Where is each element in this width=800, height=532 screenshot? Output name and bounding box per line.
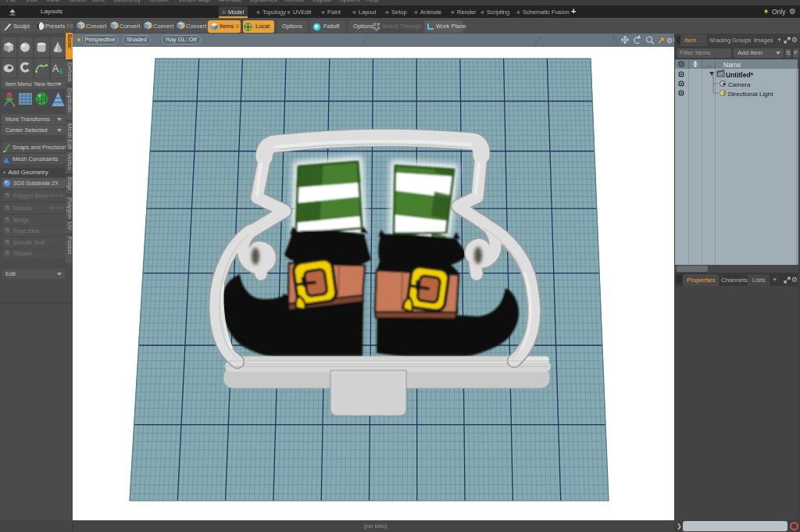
svg-text:A: A	[52, 63, 59, 74]
svg-text:&: &	[59, 67, 63, 75]
svg-text:Camera: Camera	[728, 81, 751, 88]
svg-text:Name: Name	[723, 61, 741, 69]
svg-text:⚙: ⚙	[666, 37, 673, 45]
svg-text:Directional Light: Directional Light	[728, 91, 773, 98]
svg-text:Untitled*: Untitled*	[726, 71, 754, 79]
